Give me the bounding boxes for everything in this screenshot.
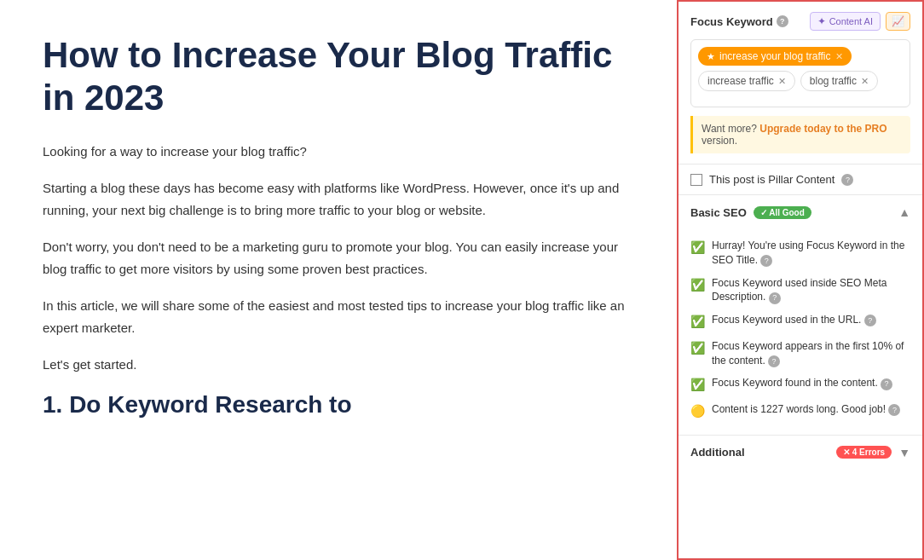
focus-keyword-header: Focus Keyword ? ✦ Content AI 📈	[690, 12, 910, 31]
content-area: How to Increase Your Blog Traffic in 202…	[0, 0, 677, 560]
secondary-keyword-tag-0[interactable]: increase traffic ✕	[698, 71, 795, 91]
check-green-icon-0: ✅	[690, 240, 705, 257]
seo-check-text-1: Focus Keyword used inside SEO Meta Descr…	[712, 276, 910, 305]
seo-check-5: 🟡 Content is 1227 words long. Good job! …	[690, 398, 910, 424]
article-body: Looking for a way to increase your blog …	[43, 141, 634, 419]
article-title: How to Increase Your Blog Traffic in 202…	[43, 34, 634, 120]
seo-check-3: ✅ Focus Keyword appears in the first 10%…	[690, 335, 910, 372]
check-help-5[interactable]: ?	[888, 404, 900, 416]
errors-badge: ✕ 4 Errors	[836, 446, 892, 459]
check-help-4[interactable]: ?	[881, 378, 892, 390]
check-help-2[interactable]: ?	[864, 315, 876, 326]
focus-keyword-section: Focus Keyword ? ✦ Content AI 📈 ★ increas…	[679, 2, 922, 165]
secondary-tag-1-close-icon[interactable]: ✕	[861, 76, 869, 87]
secondary-tag-0-close-icon[interactable]: ✕	[778, 76, 786, 87]
pillar-help-icon[interactable]: ?	[841, 174, 853, 186]
upgrade-link[interactable]: Upgrade today to the PRO	[759, 123, 886, 135]
upgrade-notice: Want more? Upgrade today to the PRO vers…	[690, 116, 910, 153]
secondary-keyword-text-1: blog traffic	[810, 75, 857, 87]
seo-check-2: ✅ Focus Keyword used in the URL. ?	[690, 309, 910, 335]
seo-check-4: ✅ Focus Keyword found in the content. ?	[690, 372, 910, 398]
seo-check-text-4: Focus Keyword found in the content. ?	[712, 376, 910, 390]
content-ai-button[interactable]: ✦ Content AI	[810, 12, 881, 31]
check-green-icon-3: ✅	[690, 340, 705, 357]
all-good-badge: ✓ All Good	[754, 206, 811, 219]
basic-seo-header[interactable]: Basic SEO ✓ All Good ▲	[679, 195, 922, 229]
secondary-keyword-tag-1[interactable]: blog traffic ✕	[800, 71, 878, 91]
additional-title: Additional	[690, 446, 745, 459]
seo-check-text-5: Content is 1227 words long. Good job! ?	[712, 402, 910, 417]
article-paragraph-3: Don't worry, you don't need to be a mark…	[43, 236, 634, 280]
pillar-content: This post is Pillar Content ?	[679, 165, 922, 195]
check-green-icon-1: ✅	[690, 277, 705, 294]
pillar-content-checkbox[interactable]	[690, 174, 702, 186]
article-paragraph-4: In this article, we will share some of t…	[43, 295, 634, 338]
pillar-content-label: This post is Pillar Content	[709, 173, 834, 186]
seo-check-text-0: Hurray! You're using Focus Keyword in th…	[712, 239, 910, 268]
keyword-tags-area[interactable]: ★ increase your blog traffic ✕ increase …	[690, 39, 910, 107]
seo-check-text-3: Focus Keyword appears in the first 10% o…	[712, 339, 910, 368]
primary-keyword-text: increase your blog traffic	[719, 50, 831, 62]
star-icon: ★	[707, 51, 715, 62]
basic-seo-section: Basic SEO ✓ All Good ▲ ✅ Hurray! You're …	[679, 195, 922, 436]
secondary-keyword-text-0: increase traffic	[707, 75, 774, 87]
primary-keyword-tag[interactable]: ★ increase your blog traffic ✕	[698, 47, 852, 66]
seo-check-0: ✅ Hurray! You're using Focus Keyword in …	[690, 234, 910, 272]
seo-check-text-2: Focus Keyword used in the URL. ?	[712, 313, 910, 327]
primary-tag-close-icon[interactable]: ✕	[835, 51, 843, 62]
trend-icon-button[interactable]: 📈	[886, 12, 910, 31]
sparkle-icon: ✦	[817, 15, 826, 27]
article-subheading: 1. Do Keyword Research to	[43, 391, 634, 419]
header-buttons: ✦ Content AI 📈	[810, 12, 910, 31]
article-paragraph-2: Starting a blog these days has become ea…	[43, 177, 634, 221]
basic-seo-title: Basic SEO ✓ All Good	[690, 206, 811, 219]
seo-check-1: ✅ Focus Keyword used inside SEO Meta Des…	[690, 272, 910, 309]
article-paragraph-5: Let's get started.	[43, 354, 634, 376]
check-help-1[interactable]: ?	[769, 292, 781, 304]
check-green-icon-2: ✅	[690, 314, 705, 331]
trend-up-icon: 📈	[892, 15, 904, 27]
expand-icon: ▼	[898, 446, 910, 459]
check-help-0[interactable]: ?	[760, 255, 772, 267]
check-orange-icon-5: 🟡	[690, 403, 705, 420]
focus-keyword-help-icon[interactable]: ?	[777, 15, 788, 27]
check-help-3[interactable]: ?	[768, 355, 780, 367]
collapse-icon: ▲	[898, 205, 910, 219]
article-paragraph-1: Looking for a way to increase your blog …	[43, 141, 634, 163]
sidebar: Focus Keyword ? ✦ Content AI 📈 ★ increas…	[677, 0, 924, 560]
additional-section[interactable]: Additional ✕ 4 Errors ▼	[679, 436, 922, 470]
seo-checks: ✅ Hurray! You're using Focus Keyword in …	[679, 229, 922, 435]
focus-keyword-label: Focus Keyword ?	[690, 15, 788, 28]
check-green-icon-4: ✅	[690, 377, 705, 394]
